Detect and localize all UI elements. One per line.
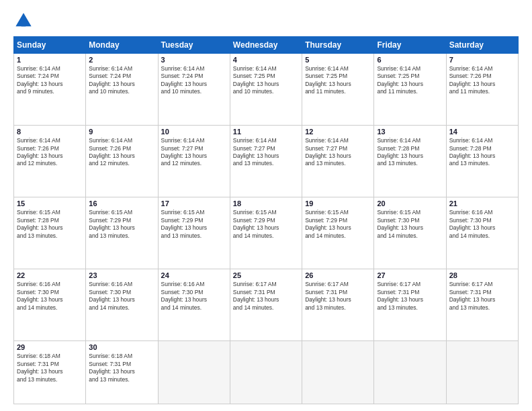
calendar-cell: 14Sunrise: 6:14 AM Sunset: 7:28 PM Dayli… bbox=[446, 126, 518, 197]
calendar-cell: 10Sunrise: 6:14 AM Sunset: 7:27 PM Dayli… bbox=[158, 126, 230, 197]
calendar-cell bbox=[374, 341, 446, 404]
weekday-header: Monday bbox=[86, 37, 158, 54]
day-info: Sunrise: 6:15 AM Sunset: 7:30 PM Dayligh… bbox=[377, 209, 443, 240]
header bbox=[13, 11, 519, 31]
day-number: 22 bbox=[17, 271, 83, 279]
calendar-table: SundayMondayTuesdayWednesdayThursdayFrid… bbox=[13, 36, 519, 404]
day-number: 21 bbox=[449, 199, 515, 208]
day-number: 8 bbox=[17, 128, 83, 136]
weekday-header: Thursday bbox=[302, 37, 374, 54]
calendar-cell: 22Sunrise: 6:16 AM Sunset: 7:30 PM Dayli… bbox=[14, 269, 86, 341]
day-info: Sunrise: 6:17 AM Sunset: 7:31 PM Dayligh… bbox=[233, 281, 299, 312]
day-info: Sunrise: 6:16 AM Sunset: 7:30 PM Dayligh… bbox=[449, 209, 515, 240]
day-info: Sunrise: 6:18 AM Sunset: 7:31 PM Dayligh… bbox=[89, 353, 154, 383]
day-info: Sunrise: 6:14 AM Sunset: 7:25 PM Dayligh… bbox=[305, 65, 371, 96]
calendar-cell: 16Sunrise: 6:15 AM Sunset: 7:29 PM Dayli… bbox=[86, 197, 158, 269]
day-info: Sunrise: 6:14 AM Sunset: 7:26 PM Dayligh… bbox=[449, 65, 515, 96]
day-number: 26 bbox=[305, 271, 371, 279]
calendar-cell: 30Sunrise: 6:18 AM Sunset: 7:31 PM Dayli… bbox=[86, 341, 158, 404]
day-info: Sunrise: 6:14 AM Sunset: 7:27 PM Dayligh… bbox=[305, 137, 371, 168]
calendar-cell: 4Sunrise: 6:14 AM Sunset: 7:25 PM Daylig… bbox=[230, 54, 302, 126]
day-info: Sunrise: 6:14 AM Sunset: 7:27 PM Dayligh… bbox=[161, 137, 227, 168]
day-number: 9 bbox=[89, 128, 154, 136]
day-number: 25 bbox=[233, 271, 299, 279]
day-number: 24 bbox=[161, 271, 227, 279]
day-info: Sunrise: 6:14 AM Sunset: 7:27 PM Dayligh… bbox=[233, 137, 299, 168]
day-number: 2 bbox=[89, 56, 154, 64]
weekday-header-row: SundayMondayTuesdayWednesdayThursdayFrid… bbox=[14, 37, 519, 54]
calendar-cell: 21Sunrise: 6:16 AM Sunset: 7:30 PM Dayli… bbox=[446, 197, 518, 269]
day-info: Sunrise: 6:17 AM Sunset: 7:31 PM Dayligh… bbox=[377, 281, 443, 312]
calendar-week-row: 22Sunrise: 6:16 AM Sunset: 7:30 PM Dayli… bbox=[14, 269, 519, 341]
calendar-cell: 24Sunrise: 6:16 AM Sunset: 7:30 PM Dayli… bbox=[158, 269, 230, 341]
day-info: Sunrise: 6:14 AM Sunset: 7:26 PM Dayligh… bbox=[89, 137, 154, 168]
day-info: Sunrise: 6:15 AM Sunset: 7:29 PM Dayligh… bbox=[89, 209, 154, 240]
day-info: Sunrise: 6:17 AM Sunset: 7:31 PM Dayligh… bbox=[449, 281, 515, 312]
day-number: 19 bbox=[305, 199, 371, 208]
day-info: Sunrise: 6:14 AM Sunset: 7:24 PM Dayligh… bbox=[17, 65, 83, 96]
day-info: Sunrise: 6:14 AM Sunset: 7:24 PM Dayligh… bbox=[89, 65, 154, 96]
weekday-header: Sunday bbox=[14, 37, 86, 54]
calendar-cell: 28Sunrise: 6:17 AM Sunset: 7:31 PM Dayli… bbox=[446, 269, 518, 341]
calendar-week-row: 1Sunrise: 6:14 AM Sunset: 7:24 PM Daylig… bbox=[14, 54, 519, 126]
weekday-header: Wednesday bbox=[230, 37, 302, 54]
calendar-cell: 2Sunrise: 6:14 AM Sunset: 7:24 PM Daylig… bbox=[86, 54, 158, 126]
day-number: 18 bbox=[233, 199, 299, 208]
day-number: 13 bbox=[377, 128, 443, 136]
calendar-cell: 7Sunrise: 6:14 AM Sunset: 7:26 PM Daylig… bbox=[446, 54, 518, 126]
day-number: 29 bbox=[17, 343, 83, 351]
calendar-cell: 26Sunrise: 6:17 AM Sunset: 7:31 PM Dayli… bbox=[302, 269, 374, 341]
calendar-cell: 27Sunrise: 6:17 AM Sunset: 7:31 PM Dayli… bbox=[374, 269, 446, 341]
day-number: 1 bbox=[17, 56, 83, 64]
day-number: 27 bbox=[377, 271, 443, 279]
day-info: Sunrise: 6:14 AM Sunset: 7:25 PM Dayligh… bbox=[377, 65, 443, 96]
day-number: 20 bbox=[377, 199, 443, 208]
day-info: Sunrise: 6:15 AM Sunset: 7:29 PM Dayligh… bbox=[305, 209, 371, 240]
calendar-cell: 6Sunrise: 6:14 AM Sunset: 7:25 PM Daylig… bbox=[374, 54, 446, 126]
day-number: 30 bbox=[89, 343, 154, 351]
calendar-cell: 12Sunrise: 6:14 AM Sunset: 7:27 PM Dayli… bbox=[302, 126, 374, 197]
day-number: 15 bbox=[17, 199, 83, 208]
day-info: Sunrise: 6:14 AM Sunset: 7:26 PM Dayligh… bbox=[17, 137, 83, 168]
day-number: 28 bbox=[449, 271, 515, 279]
day-info: Sunrise: 6:18 AM Sunset: 7:31 PM Dayligh… bbox=[17, 353, 83, 383]
day-info: Sunrise: 6:15 AM Sunset: 7:29 PM Dayligh… bbox=[161, 209, 227, 240]
day-number: 6 bbox=[377, 56, 443, 64]
day-info: Sunrise: 6:14 AM Sunset: 7:25 PM Dayligh… bbox=[233, 65, 299, 96]
weekday-header: Friday bbox=[374, 37, 446, 54]
day-info: Sunrise: 6:16 AM Sunset: 7:30 PM Dayligh… bbox=[89, 281, 154, 312]
calendar-cell bbox=[302, 341, 374, 404]
calendar-cell: 19Sunrise: 6:15 AM Sunset: 7:29 PM Dayli… bbox=[302, 197, 374, 269]
day-info: Sunrise: 6:14 AM Sunset: 7:24 PM Dayligh… bbox=[161, 65, 227, 96]
logo bbox=[13, 11, 36, 31]
day-info: Sunrise: 6:15 AM Sunset: 7:28 PM Dayligh… bbox=[17, 209, 83, 240]
calendar-cell: 1Sunrise: 6:14 AM Sunset: 7:24 PM Daylig… bbox=[14, 54, 86, 126]
day-number: 23 bbox=[89, 271, 154, 279]
day-info: Sunrise: 6:17 AM Sunset: 7:31 PM Dayligh… bbox=[305, 281, 371, 312]
calendar-cell: 8Sunrise: 6:14 AM Sunset: 7:26 PM Daylig… bbox=[14, 126, 86, 197]
day-number: 10 bbox=[161, 128, 227, 136]
weekday-header: Tuesday bbox=[158, 37, 230, 54]
calendar-cell bbox=[446, 341, 518, 404]
day-number: 7 bbox=[449, 56, 515, 64]
calendar-week-row: 15Sunrise: 6:15 AM Sunset: 7:28 PM Dayli… bbox=[14, 197, 519, 269]
day-info: Sunrise: 6:14 AM Sunset: 7:28 PM Dayligh… bbox=[449, 137, 515, 168]
calendar-cell: 23Sunrise: 6:16 AM Sunset: 7:30 PM Dayli… bbox=[86, 269, 158, 341]
day-number: 14 bbox=[449, 128, 515, 136]
calendar-cell: 20Sunrise: 6:15 AM Sunset: 7:30 PM Dayli… bbox=[374, 197, 446, 269]
calendar-cell: 3Sunrise: 6:14 AM Sunset: 7:24 PM Daylig… bbox=[158, 54, 230, 126]
day-number: 16 bbox=[89, 199, 154, 208]
day-number: 5 bbox=[305, 56, 371, 64]
calendar-week-row: 29Sunrise: 6:18 AM Sunset: 7:31 PM Dayli… bbox=[14, 341, 519, 404]
weekday-header: Saturday bbox=[446, 37, 518, 54]
day-number: 12 bbox=[305, 128, 371, 136]
day-info: Sunrise: 6:16 AM Sunset: 7:30 PM Dayligh… bbox=[161, 281, 227, 312]
calendar-cell: 11Sunrise: 6:14 AM Sunset: 7:27 PM Dayli… bbox=[230, 126, 302, 197]
calendar-cell: 25Sunrise: 6:17 AM Sunset: 7:31 PM Dayli… bbox=[230, 269, 302, 341]
day-number: 11 bbox=[233, 128, 299, 136]
calendar-cell: 29Sunrise: 6:18 AM Sunset: 7:31 PM Dayli… bbox=[14, 341, 86, 404]
day-number: 17 bbox=[161, 199, 227, 208]
calendar-cell: 15Sunrise: 6:15 AM Sunset: 7:28 PM Dayli… bbox=[14, 197, 86, 269]
calendar-week-row: 8Sunrise: 6:14 AM Sunset: 7:26 PM Daylig… bbox=[14, 126, 519, 197]
calendar-cell bbox=[230, 341, 302, 404]
